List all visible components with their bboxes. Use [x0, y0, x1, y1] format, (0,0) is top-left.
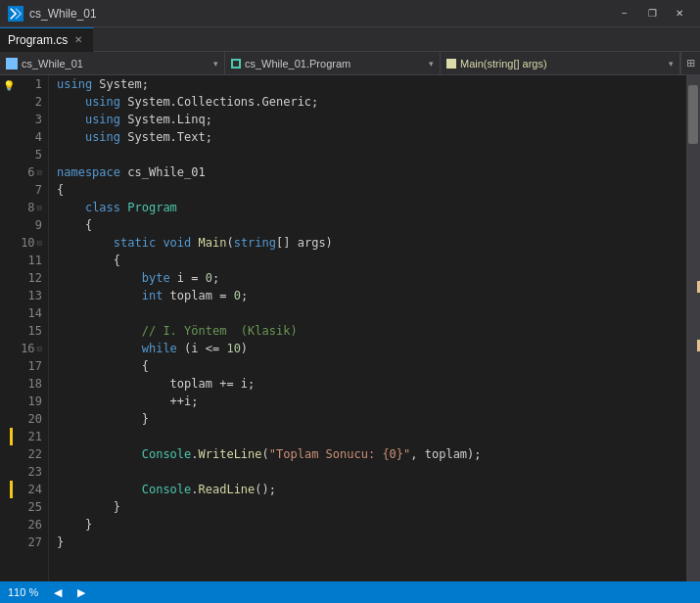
code-line-21	[57, 428, 686, 445]
code-line-16: while (i <= 10)	[57, 340, 686, 357]
change-indicator-12	[10, 269, 13, 287]
line-number-27: 27	[0, 533, 48, 551]
method-dropdown[interactable]: Main(string[] args) ▾	[441, 52, 680, 75]
line-number-12: 12	[0, 269, 48, 287]
nav-split-icon[interactable]: ⊞	[680, 52, 700, 75]
code-line-2: using System.Collections.Generic;	[57, 93, 686, 111]
restore-button[interactable]: ❐	[639, 4, 665, 23]
code-line-15: // I. Yöntem (Klasik)	[57, 322, 686, 340]
line-number-26: 26	[0, 516, 48, 533]
class-nav-arrow: ▾	[429, 59, 434, 69]
code-line-3: using System.Linq;	[57, 111, 686, 128]
change-indicator-27	[10, 533, 13, 551]
window-controls: − ❐ ✕	[612, 4, 692, 23]
vertical-scrollbar[interactable]	[686, 75, 700, 581]
code-line-20: }	[57, 410, 686, 428]
class-nav-icon	[231, 59, 241, 69]
editor-area: 💡123456⊟78⊟910⊟111213141516⊟171819202122…	[0, 75, 700, 581]
code-line-7: {	[57, 181, 686, 199]
method-nav-label: Main(string[] args)	[460, 58, 547, 70]
change-indicator-22	[10, 445, 13, 463]
class-dropdown[interactable]: cs_While_01.Program ▾	[225, 52, 441, 75]
line-number-3: 3	[0, 111, 48, 128]
fold-icon-16[interactable]: ⊟	[37, 340, 42, 357]
line-number-21: 21	[0, 428, 48, 445]
line-number-24: 24	[0, 481, 48, 498]
code-line-26: }	[57, 516, 686, 533]
tab-label: Program.cs	[8, 33, 68, 47]
fold-icon-8[interactable]: ⊟	[37, 199, 42, 216]
change-indicator-8	[3, 199, 6, 216]
file-nav-icon	[6, 58, 18, 70]
code-line-25: }	[57, 498, 686, 516]
line-number-14: 14	[0, 304, 48, 322]
change-indicator-25	[10, 498, 13, 516]
code-line-6: namespace cs_While_01	[57, 163, 686, 181]
change-indicator-15	[10, 322, 13, 340]
tab-program-cs[interactable]: Program.cs ✕	[0, 27, 94, 52]
status-bar: 110 % ◀ ▶	[0, 581, 700, 603]
scroll-left-btn[interactable]: ◀	[54, 586, 62, 599]
change-indicator-3	[10, 111, 13, 128]
code-line-13: int toplam = 0;	[57, 287, 686, 304]
line-number-1: 💡1	[0, 75, 48, 93]
change-indicator-21	[10, 428, 13, 445]
change-indicator-14	[10, 304, 13, 322]
code-line-4: using System.Text;	[57, 128, 686, 146]
line-number-6: 6⊟	[0, 163, 48, 181]
file-dropdown[interactable]: cs_While_01 ▾	[0, 52, 225, 75]
line-number-9: 9	[0, 216, 48, 234]
code-line-1: using System;	[57, 75, 686, 93]
change-indicator-26	[10, 516, 13, 533]
line-number-11: 11	[0, 252, 48, 269]
line-number-16: 16⊟	[0, 340, 48, 357]
line-number-4: 4	[0, 128, 48, 146]
line-number-20: 20	[0, 410, 48, 428]
v-scroll-thumb[interactable]	[688, 85, 698, 144]
line-number-7: 7	[0, 181, 48, 199]
line-number-25: 25	[0, 498, 48, 516]
class-nav-label: cs_While_01.Program	[245, 58, 350, 70]
change-indicator-16	[3, 340, 6, 357]
fold-icon-10[interactable]: ⊟	[37, 234, 42, 252]
change-indicator-4	[10, 128, 13, 146]
minimize-button[interactable]: −	[612, 4, 637, 23]
code-line-12: byte i = 0;	[57, 269, 686, 287]
code-content[interactable]: using System; using System.Collections.G…	[49, 75, 686, 581]
line-number-18: 18	[0, 375, 48, 393]
change-indicator-20	[10, 410, 13, 428]
change-indicator-6	[3, 163, 6, 181]
scroll-right-btn[interactable]: ▶	[77, 586, 85, 599]
file-nav-arrow: ▾	[213, 59, 218, 69]
code-line-22: Console.WriteLine("Toplam Sonucu: {0}", …	[57, 445, 686, 463]
zoom-level[interactable]: 110 %	[8, 586, 38, 598]
code-line-8: class Program	[57, 199, 686, 216]
close-button[interactable]: ✕	[667, 4, 692, 23]
change-indicator-23	[10, 463, 13, 481]
code-line-5	[57, 146, 686, 163]
line-numbers: 💡123456⊟78⊟910⊟111213141516⊟171819202122…	[0, 75, 49, 581]
tab-close-icon[interactable]: ✕	[71, 33, 85, 47]
code-line-10: static void Main(string[] args)	[57, 234, 686, 252]
line-number-2: 2	[0, 93, 48, 111]
line-number-15: 15	[0, 322, 48, 340]
method-nav-arrow: ▾	[669, 59, 674, 69]
line-number-13: 13	[0, 287, 48, 304]
change-indicator-2	[10, 93, 13, 111]
change-indicator-18	[10, 375, 13, 393]
line-number-23: 23	[0, 463, 48, 481]
change-indicator-19	[10, 393, 13, 410]
code-line-27: }	[57, 533, 686, 551]
method-nav-icon	[446, 59, 456, 69]
change-indicator-5	[10, 146, 13, 163]
code-line-9: {	[57, 216, 686, 234]
line-number-19: 19	[0, 393, 48, 410]
file-nav-label: cs_While_01	[22, 58, 83, 70]
code-line-11: {	[57, 252, 686, 269]
fold-icon-6[interactable]: ⊟	[37, 163, 42, 181]
code-line-19: ++i;	[57, 393, 686, 410]
nav-bar: cs_While_01 ▾ cs_While_01.Program ▾ Main…	[0, 52, 700, 75]
window-title: cs_While_01	[29, 7, 97, 21]
line-number-10: 10⊟	[0, 234, 48, 252]
line-number-17: 17	[0, 357, 48, 375]
